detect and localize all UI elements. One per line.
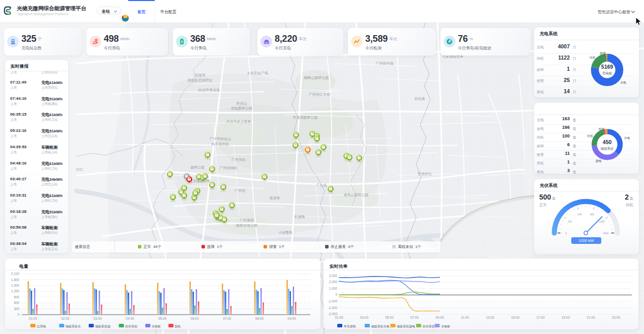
svg-text:石化路: 石化路 xyxy=(415,97,425,101)
svg-text:自然生态保护区: 自然生态保护区 xyxy=(188,78,213,82)
svg-text:待机: 待机 xyxy=(590,56,596,60)
svg-text:龙头山森林公园: 龙头山森林公园 xyxy=(344,193,369,197)
svg-text:07:00: 07:00 xyxy=(223,317,231,320)
svg-text:08:00: 08:00 xyxy=(255,317,264,320)
svg-text:储能系统放电: 储能系统放电 xyxy=(397,324,415,328)
svg-text:02:00: 02:00 xyxy=(61,317,70,320)
svg-text:5169: 5169 xyxy=(601,64,613,70)
svg-text:大河马水上世界: 大河马水上世界 xyxy=(226,120,251,124)
svg-text:600: 600 xyxy=(14,301,19,304)
svg-text:09:00: 09:00 xyxy=(287,317,296,320)
svg-text:广州市白云山: 广州市白云山 xyxy=(210,136,231,141)
svg-text:天鹿湖森林公园: 天鹿湖森林公园 xyxy=(293,115,318,120)
svg-text:放电: 放电 xyxy=(595,159,601,163)
svg-text:广州塔: 广州塔 xyxy=(235,189,246,193)
svg-text:3,000: 3,000 xyxy=(329,274,338,277)
svg-text:900: 900 xyxy=(14,295,19,299)
svg-text:流溪湾: 流溪湾 xyxy=(195,73,206,77)
svg-text:1280: 1280 xyxy=(599,220,605,223)
svg-text:1,500: 1,500 xyxy=(11,284,20,287)
svg-text:06:00: 06:00 xyxy=(191,317,199,320)
svg-text:白云山: 白云山 xyxy=(237,101,247,105)
svg-text:01:00: 01:00 xyxy=(29,317,38,320)
svg-text:储能系统充电: 储能系统充电 xyxy=(371,324,389,328)
svg-text:03:00: 03:00 xyxy=(360,316,369,319)
svg-text:300: 300 xyxy=(14,307,19,311)
svg-text:新塘南站: 新塘南站 xyxy=(418,172,432,176)
svg-text:17:00: 17:00 xyxy=(536,316,545,319)
svg-text:光伏系统: 光伏系统 xyxy=(125,324,138,328)
svg-text:450: 450 xyxy=(603,139,612,145)
svg-text:0: 0 xyxy=(565,232,567,235)
svg-text:13:00: 13:00 xyxy=(486,316,494,319)
svg-text:04:00: 04:00 xyxy=(126,317,134,320)
svg-text:国家湿地公园: 国家湿地公园 xyxy=(236,224,257,228)
svg-text:充电: 充电 xyxy=(624,136,630,140)
svg-text:专变进线: 专变进线 xyxy=(344,324,356,328)
svg-text:05:00: 05:00 xyxy=(158,317,167,320)
svg-text:小谷围岛: 小谷围岛 xyxy=(278,231,292,235)
svg-text:-1,000: -1,000 xyxy=(328,299,338,303)
svg-text:报警: 报警 xyxy=(598,127,605,131)
svg-text:储能系统: 储能系统 xyxy=(601,147,614,151)
svg-text:充电桩: 充电桩 xyxy=(152,324,161,328)
svg-text:广九线: 广九线 xyxy=(316,183,327,187)
svg-text:广州海珠: 广州海珠 xyxy=(240,218,254,222)
svg-text:广州动物园: 广州动物园 xyxy=(220,166,238,170)
svg-text:原始森林公园: 原始森林公园 xyxy=(231,106,252,110)
svg-text:损耗: 损耗 xyxy=(175,324,181,328)
svg-text:长洲岛: 长洲岛 xyxy=(295,215,305,219)
svg-text:03:00: 03:00 xyxy=(94,317,102,320)
svg-text:储能系统放: 储能系统放 xyxy=(95,324,110,328)
svg-text:960: 960 xyxy=(590,213,595,216)
svg-text:报警: 报警 xyxy=(599,51,606,55)
svg-text:广州商学院: 广州商学院 xyxy=(376,62,394,66)
svg-text:越秀公园: 越秀公园 xyxy=(190,165,204,170)
svg-text:19:00: 19:00 xyxy=(562,316,570,319)
svg-text:0: 0 xyxy=(335,293,337,296)
svg-text:广州东站: 广州东站 xyxy=(231,158,246,162)
svg-text:640: 640 xyxy=(577,213,582,216)
svg-text:充电: 充电 xyxy=(620,81,626,85)
svg-text:01:00: 01:00 xyxy=(335,316,343,319)
svg-text:广州理工学院: 广州理工学院 xyxy=(309,93,330,97)
svg-text:09:00: 09:00 xyxy=(435,316,444,319)
svg-text:15:00: 15:00 xyxy=(511,316,520,319)
svg-text:07:00: 07:00 xyxy=(411,316,419,319)
svg-text:2,000: 2,000 xyxy=(329,280,338,284)
svg-text:琶洲岛: 琶洲岛 xyxy=(270,196,280,200)
svg-text:-2,000: -2,000 xyxy=(328,306,338,310)
svg-text:1,800: 1,800 xyxy=(11,278,20,282)
svg-text:光伏系统: 光伏系统 xyxy=(422,324,435,328)
svg-text:1,200: 1,200 xyxy=(11,289,20,293)
svg-text:待机: 待机 xyxy=(587,134,593,138)
svg-text:2,100: 2,100 xyxy=(11,272,20,275)
svg-text:充电桩: 充电桩 xyxy=(441,324,450,328)
svg-text:1,000: 1,000 xyxy=(329,287,338,290)
svg-text:储能系统充: 储能系统充 xyxy=(66,324,81,328)
svg-text:11:00: 11:00 xyxy=(461,316,469,319)
svg-text:0: 0 xyxy=(17,313,19,316)
svg-text:帽峰山森林公园: 帽峰山森林公园 xyxy=(304,76,329,80)
svg-text:320: 320 xyxy=(568,220,572,223)
svg-text:太和文化广场: 太和文化广场 xyxy=(247,71,268,75)
svg-text:白云中央湿地: 白云中央湿地 xyxy=(198,88,220,92)
svg-text:充电枪: 充电枪 xyxy=(602,71,612,75)
svg-text:1600: 1600 xyxy=(603,232,608,235)
svg-text:总用电: 总用电 xyxy=(36,325,46,328)
svg-text:23:00: 23:00 xyxy=(612,316,621,319)
svg-text:05:00: 05:00 xyxy=(385,316,394,319)
svg-text:风景名胜区: 风景名胜区 xyxy=(212,142,229,146)
svg-text:21:00: 21:00 xyxy=(587,316,595,319)
svg-text:滘口: 滘口 xyxy=(76,168,83,172)
